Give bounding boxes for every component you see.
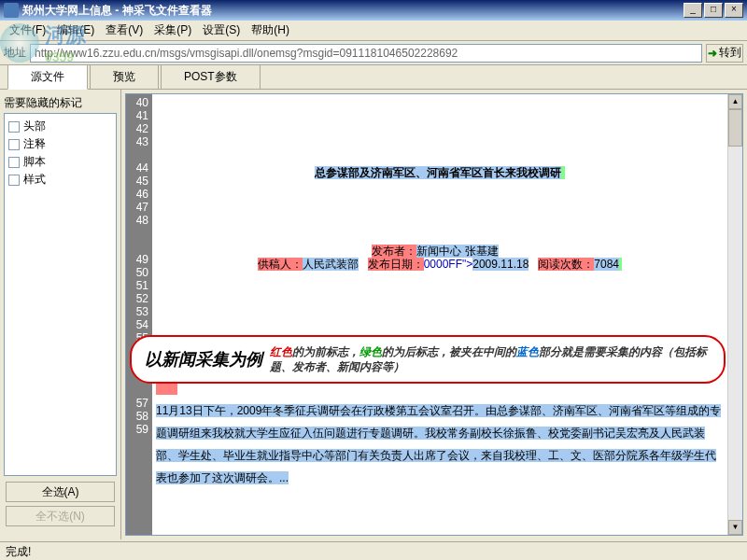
select-none-button[interactable]: 全不选(N) (6, 506, 115, 526)
code-pane: 40414243 4445464748 4950515253545556 575… (125, 93, 743, 536)
maximize-button[interactable]: □ (704, 3, 723, 18)
menu-settings[interactable]: 设置(S) (197, 21, 246, 40)
item-label: 脚本 (23, 154, 46, 170)
item-label: 样式 (23, 172, 46, 188)
app-icon (4, 3, 19, 18)
annotation-callout: 以新闻采集为例 红色的为前标志，绿色的为后标志，被夹在中间的蓝色部分就是需要采集… (130, 335, 726, 384)
menu-view[interactable]: 查看(V) (100, 21, 148, 40)
go-arrow-icon: ➜ (708, 47, 717, 60)
window-buttons: _ □ × (684, 3, 743, 18)
address-input[interactable] (30, 44, 702, 63)
close-button[interactable]: × (725, 3, 743, 18)
line-gutter: 40414243 4445464748 4950515253545556 575… (126, 94, 152, 535)
scroll-thumb[interactable] (728, 109, 742, 147)
menubar: 文件(F) 编辑(E) 查看(V) 采集(P) 设置(S) 帮助(H) (0, 21, 747, 41)
side-label: 需要隐藏的标记 (4, 93, 117, 113)
tab-preview[interactable]: 预览 (90, 64, 159, 89)
list-item[interactable]: 脚本 (8, 153, 112, 171)
select-all-button[interactable]: 全选(A) (6, 482, 115, 502)
status-bar: 完成! (0, 541, 747, 560)
checkbox-icon[interactable] (8, 175, 20, 186)
item-label: 注释 (23, 136, 46, 152)
list-item[interactable]: 注释 (8, 135, 112, 153)
tab-source[interactable]: 源文件 (7, 64, 88, 90)
menu-help[interactable]: 帮助(H) (246, 21, 295, 40)
scroll-down-icon[interactable]: ▼ (728, 520, 742, 535)
go-label: 转到 (719, 45, 741, 61)
window-title: 郑州大学网上信息 - 神采飞文件查看器 (22, 3, 684, 19)
menu-file[interactable]: 文件(F) (4, 21, 51, 40)
side-buttons: 全选(A) 全不选(N) (4, 476, 117, 536)
checkbox-icon[interactable] (8, 157, 20, 168)
address-bar: 地址 ➜转到 (0, 41, 747, 65)
code-content[interactable]: 总参谋部及济南军区、河南省军区首长来我校调研 发布者：新闻中心 张基建 供稿人：… (152, 94, 727, 535)
tab-bar: 源文件 预览 POST参数 (0, 65, 747, 90)
status-text: 完成! (6, 545, 31, 558)
list-item[interactable]: 头部 (8, 118, 112, 135)
callout-desc: 红色的为前标志，绿色的为后标志，被夹在中间的蓝色部分就是需要采集的内容（包括标题… (270, 344, 711, 374)
menu-edit[interactable]: 编辑(E) (51, 21, 100, 40)
callout-title: 以新闻采集为例 (145, 348, 262, 371)
go-button[interactable]: ➜转到 (706, 44, 743, 63)
checkbox-icon[interactable] (8, 121, 20, 133)
checkbox-icon[interactable] (8, 139, 20, 150)
side-pane: 需要隐藏的标记 头部 注释 脚本 样式 全选(A) 全不选(N) (0, 90, 121, 539)
titlebar: 郑州大学网上信息 - 神采飞文件查看器 _ □ × (0, 0, 747, 21)
hide-tags-list: 头部 注释 脚本 样式 (4, 113, 117, 476)
main-row: 需要隐藏的标记 头部 注释 脚本 样式 全选(A) 全不选(N) 4041424… (0, 90, 747, 539)
address-label: 地址 (4, 45, 26, 61)
vertical-scrollbar[interactable]: ▲ ▼ (727, 94, 742, 535)
minimize-button[interactable]: _ (684, 3, 702, 18)
scroll-up-icon[interactable]: ▲ (728, 94, 742, 109)
list-item[interactable]: 样式 (8, 171, 112, 189)
item-label: 头部 (23, 119, 46, 134)
menu-collect[interactable]: 采集(P) (148, 21, 197, 40)
tab-post[interactable]: POST参数 (161, 64, 261, 89)
